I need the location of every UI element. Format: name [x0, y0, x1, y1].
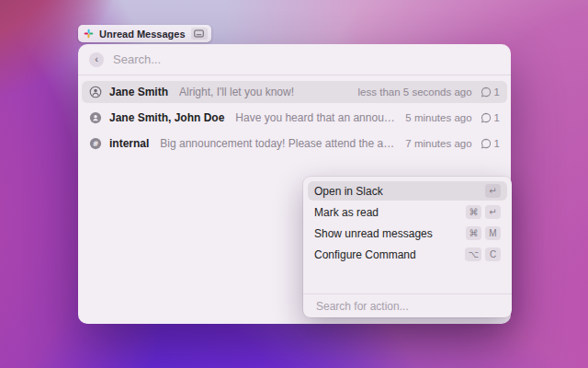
keyboard-icon: [194, 29, 204, 38]
svg-text:#: #: [93, 140, 99, 148]
search-bar: ‹ Search...: [78, 44, 511, 75]
c-key-cap: C: [485, 247, 501, 261]
unread-count: 1: [481, 138, 500, 149]
shortcut-keys: ⌘ M: [466, 226, 501, 240]
action-label: Show unread messages: [314, 227, 433, 240]
group-avatar-icon: [89, 111, 102, 124]
sender-name: internal: [109, 137, 149, 150]
action-label: Mark as read: [314, 206, 379, 219]
action-show-unread-messages[interactable]: Show unread messages ⌘ M: [308, 224, 507, 243]
unread-count-value: 1: [494, 138, 500, 149]
action-mark-as-read[interactable]: Mark as read ⌘ ↵: [308, 202, 507, 222]
action-configure-command[interactable]: Configure Command ⌥ C: [308, 245, 507, 264]
command-breadcrumb[interactable]: Unread Messages: [78, 25, 211, 42]
channel-hash-icon: #: [89, 137, 102, 150]
chat-bubble-icon: [481, 138, 492, 149]
unread-count-value: 1: [494, 112, 500, 123]
return-key-cap: ↵: [485, 184, 501, 198]
sender-name: Jane Smith, John Doe: [109, 111, 224, 124]
message-preview: Alright, I'll let you know!: [179, 86, 294, 98]
message-list: Jane Smith Alright, I'll let you know! l…: [78, 75, 511, 155]
sender-name: Jane Smith: [109, 86, 168, 98]
message-preview: Have you heard that an announcement is c…: [235, 111, 396, 124]
shortcut-keys: ↵: [485, 184, 501, 198]
unread-count: 1: [481, 86, 500, 98]
command-key-cap: ⌘: [466, 226, 481, 240]
shortcut-keys: ⌥ C: [465, 247, 501, 261]
list-item[interactable]: Jane Smith Alright, I'll let you know! l…: [82, 81, 507, 103]
unread-count-value: 1: [494, 86, 500, 98]
command-key-cap: ⌘: [466, 205, 481, 219]
action-label: Configure Command: [314, 248, 416, 261]
action-search-input[interactable]: Search for action...: [308, 294, 507, 317]
chevron-left-icon: ‹: [95, 54, 98, 64]
action-open-in-slack[interactable]: Open in Slack ↵: [308, 181, 507, 201]
chat-bubble-icon: [481, 86, 492, 98]
message-time: 5 minutes ago: [405, 112, 471, 123]
list-item[interactable]: Jane Smith, John Doe Have you heard that…: [82, 107, 507, 129]
slack-icon: [84, 29, 94, 39]
breadcrumb-label: Unread Messages: [99, 29, 186, 40]
option-key-cap: ⌥: [465, 247, 481, 261]
search-input[interactable]: Search...: [113, 52, 161, 66]
return-key-cap: ↵: [485, 205, 501, 219]
unread-count: 1: [481, 112, 500, 123]
shortcut-keys: ⌘ ↵: [466, 205, 501, 219]
back-button[interactable]: ‹: [89, 52, 104, 67]
m-key-cap: M: [485, 226, 501, 240]
message-time: less than 5 seconds ago: [358, 86, 472, 98]
person-circle-icon: [89, 86, 102, 98]
list-item[interactable]: # internal Big announcement today! Pleas…: [82, 132, 507, 155]
message-preview: Big announcement today! Please attend th…: [160, 137, 396, 150]
action-label: Open in Slack: [314, 185, 383, 198]
message-time: 7 minutes ago: [405, 138, 471, 149]
chat-bubble-icon: [481, 112, 492, 123]
hotkey-recorder-button[interactable]: [191, 28, 208, 40]
actions-panel: Open in Slack ↵ Mark as read ⌘ ↵ Show un…: [303, 177, 512, 317]
